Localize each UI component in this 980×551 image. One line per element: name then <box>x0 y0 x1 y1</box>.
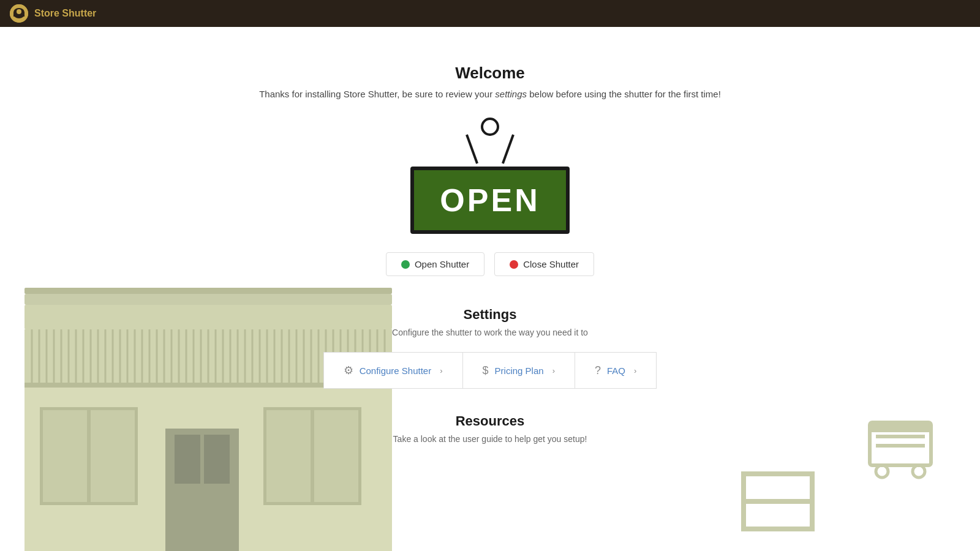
gear-icon: ⚙ <box>344 364 353 377</box>
app-logo <box>10 4 28 23</box>
welcome-subtitle: Thanks for installing Store Shutter, be … <box>259 89 721 99</box>
shutter-buttons-row: Open Shutter Close Shutter <box>386 252 594 276</box>
sign-circle <box>481 118 499 136</box>
sign-board: OPEN <box>410 167 570 234</box>
main-content: Welcome Thanks for installing Store Shut… <box>0 27 980 551</box>
open-sign-container: OPEN <box>410 118 570 234</box>
svg-rect-74 <box>741 471 815 476</box>
svg-rect-75 <box>741 499 815 504</box>
configure-shutter-arrow: › <box>440 366 442 375</box>
open-shutter-button[interactable]: Open Shutter <box>386 252 484 276</box>
settings-subtitle: Configure the shutter to work the way yo… <box>392 328 588 337</box>
sign-right-arm <box>502 134 514 163</box>
sign-hanger <box>453 118 527 167</box>
welcome-title: Welcome <box>455 64 525 83</box>
svg-point-0 <box>10 4 28 23</box>
svg-point-1 <box>13 10 24 18</box>
app-header: Store Shutter <box>0 0 980 27</box>
svg-rect-77 <box>741 471 746 531</box>
sign-left-arm <box>466 134 478 163</box>
page-content: Welcome Thanks for installing Store Shut… <box>0 27 980 459</box>
pricing-plan-label: Pricing Plan <box>495 365 544 376</box>
close-shutter-label: Close Shutter <box>523 259 579 269</box>
open-indicator-dot <box>401 260 410 269</box>
question-icon: ? <box>595 364 601 377</box>
close-indicator-dot <box>510 260 518 269</box>
faq-arrow: › <box>634 366 636 375</box>
open-shutter-label: Open Shutter <box>415 259 469 269</box>
resources-section: Resources Take a look at the user guide … <box>393 413 587 459</box>
dollar-icon: $ <box>483 364 489 377</box>
faq-label: FAQ <box>607 365 625 376</box>
configure-shutter-label: Configure Shutter <box>360 365 432 376</box>
pricing-plan-card[interactable]: $ Pricing Plan › <box>462 352 575 389</box>
svg-point-2 <box>17 10 21 15</box>
pricing-plan-arrow: › <box>552 366 555 375</box>
resources-title: Resources <box>456 413 525 429</box>
resources-subtitle: Take a look at the user guide to help ge… <box>393 434 587 444</box>
app-title: Store Shutter <box>34 8 96 19</box>
faq-card[interactable]: ? FAQ › <box>575 352 657 389</box>
configure-shutter-card[interactable]: ⚙ Configure Shutter › <box>323 352 462 389</box>
svg-rect-78 <box>810 471 815 531</box>
sign-text: OPEN <box>440 182 540 219</box>
svg-rect-76 <box>741 527 815 531</box>
settings-title: Settings <box>464 307 517 323</box>
close-shutter-button[interactable]: Close Shutter <box>494 252 594 276</box>
settings-cards-row: ⚙ Configure Shutter › $ Pricing Plan › ?… <box>323 352 657 389</box>
